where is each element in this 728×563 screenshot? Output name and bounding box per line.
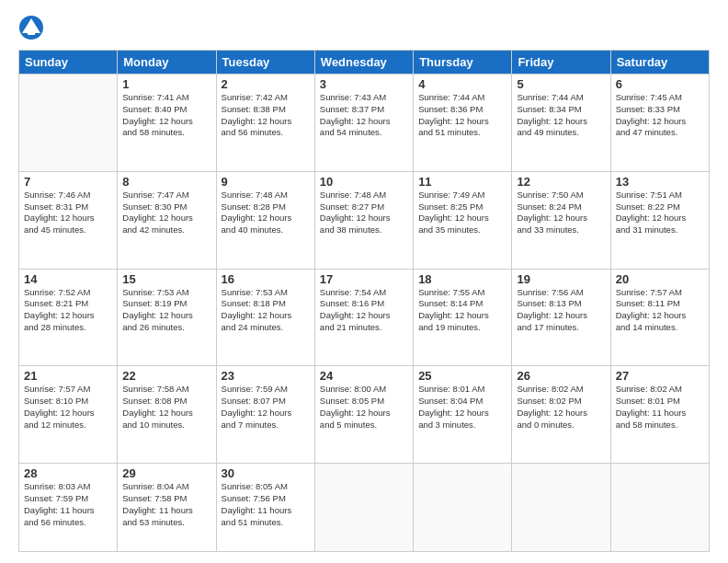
day-info: Sunrise: 7:47 AM Sunset: 8:30 PM Dayligh… [122,190,210,236]
day-info: Sunrise: 8:04 AM Sunset: 7:58 PM Dayligh… [122,481,210,528]
day-cell: 29Sunrise: 8:04 AM Sunset: 7:58 PM Dayli… [118,464,216,552]
day-cell: 15Sunrise: 7:53 AM Sunset: 8:19 PM Dayli… [118,269,216,366]
header-tuesday: Tuesday [216,51,314,75]
day-number: 16 [222,272,310,286]
day-info: Sunrise: 7:41 AM Sunset: 8:40 PM Dayligh… [122,92,210,139]
day-cell: 21Sunrise: 7:57 AM Sunset: 8:10 PM Dayli… [19,366,118,464]
day-cell: 10Sunrise: 7:48 AM Sunset: 8:27 PM Dayli… [314,171,413,269]
day-info: Sunrise: 7:57 AM Sunset: 8:11 PM Dayligh… [616,287,704,334]
calendar: SundayMondayTuesdayWednesdayThursdayFrid… [18,50,710,552]
day-info: Sunrise: 7:55 AM Sunset: 8:14 PM Dayligh… [418,287,506,334]
day-number: 15 [122,272,210,286]
day-number: 13 [616,175,704,189]
day-cell: 23Sunrise: 7:59 AM Sunset: 8:07 PM Dayli… [216,366,314,464]
header-wednesday: Wednesday [314,51,413,75]
day-cell: 1Sunrise: 7:41 AM Sunset: 8:40 PM Daylig… [118,75,216,172]
day-number: 11 [418,175,506,189]
day-cell: 5Sunrise: 7:44 AM Sunset: 8:34 PM Daylig… [512,75,610,172]
day-cell [512,464,610,552]
day-cell: 30Sunrise: 8:05 AM Sunset: 7:56 PM Dayli… [216,464,314,552]
week-row-0: 1Sunrise: 7:41 AM Sunset: 8:40 PM Daylig… [19,75,710,172]
day-number: 8 [122,175,210,189]
day-cell: 22Sunrise: 7:58 AM Sunset: 8:08 PM Dayli… [118,366,216,464]
week-row-1: 7Sunrise: 7:46 AM Sunset: 8:31 PM Daylig… [19,171,710,269]
day-number: 3 [320,77,408,91]
day-number: 19 [517,272,605,286]
day-number: 17 [320,272,408,286]
day-info: Sunrise: 8:00 AM Sunset: 8:05 PM Dayligh… [320,384,408,431]
day-number: 14 [24,272,112,286]
day-info: Sunrise: 7:59 AM Sunset: 8:07 PM Dayligh… [222,384,310,431]
day-number: 12 [517,175,605,189]
day-cell: 17Sunrise: 7:54 AM Sunset: 8:16 PM Dayli… [314,269,413,366]
day-info: Sunrise: 8:05 AM Sunset: 7:56 PM Dayligh… [222,481,310,528]
week-row-3: 21Sunrise: 7:57 AM Sunset: 8:10 PM Dayli… [19,366,710,464]
day-cell: 26Sunrise: 8:02 AM Sunset: 8:02 PM Dayli… [512,366,610,464]
day-cell: 8Sunrise: 7:47 AM Sunset: 8:30 PM Daylig… [118,171,216,269]
day-info: Sunrise: 7:48 AM Sunset: 8:27 PM Dayligh… [320,190,408,236]
day-cell: 7Sunrise: 7:46 AM Sunset: 8:31 PM Daylig… [19,171,118,269]
day-info: Sunrise: 7:52 AM Sunset: 8:21 PM Dayligh… [24,287,112,334]
day-info: Sunrise: 8:01 AM Sunset: 8:04 PM Dayligh… [418,384,506,431]
day-cell [610,464,709,552]
day-cell: 4Sunrise: 7:44 AM Sunset: 8:36 PM Daylig… [414,75,512,172]
day-info: Sunrise: 7:56 AM Sunset: 8:13 PM Dayligh… [517,287,605,334]
svg-rect-2 [28,29,35,35]
day-number: 1 [122,77,210,91]
day-cell: 25Sunrise: 8:01 AM Sunset: 8:04 PM Dayli… [414,366,512,464]
day-number: 9 [222,175,310,189]
day-info: Sunrise: 7:50 AM Sunset: 8:24 PM Dayligh… [517,190,605,236]
week-row-2: 14Sunrise: 7:52 AM Sunset: 8:21 PM Dayli… [19,269,710,366]
day-cell: 27Sunrise: 8:02 AM Sunset: 8:01 PM Dayli… [610,366,709,464]
day-cell: 18Sunrise: 7:55 AM Sunset: 8:14 PM Dayli… [414,269,512,366]
day-number: 27 [616,369,704,383]
day-cell: 24Sunrise: 8:00 AM Sunset: 8:05 PM Dayli… [314,366,413,464]
day-info: Sunrise: 7:53 AM Sunset: 8:18 PM Dayligh… [222,287,310,334]
day-cell: 16Sunrise: 7:53 AM Sunset: 8:18 PM Dayli… [216,269,314,366]
day-number: 26 [517,369,605,383]
day-number: 6 [616,77,704,91]
day-number: 10 [320,175,408,189]
header-monday: Monday [118,51,216,75]
day-cell: 13Sunrise: 7:51 AM Sunset: 8:22 PM Dayli… [610,171,709,269]
day-number: 30 [222,466,310,480]
day-cell [314,464,413,552]
day-number: 20 [616,272,704,286]
day-info: Sunrise: 8:03 AM Sunset: 7:59 PM Dayligh… [24,481,112,528]
day-info: Sunrise: 7:45 AM Sunset: 8:33 PM Dayligh… [616,92,704,139]
day-info: Sunrise: 7:46 AM Sunset: 8:31 PM Dayligh… [24,190,112,236]
day-number: 28 [24,466,112,480]
header-saturday: Saturday [610,51,709,75]
day-cell: 28Sunrise: 8:03 AM Sunset: 7:59 PM Dayli… [19,464,118,552]
day-cell: 12Sunrise: 7:50 AM Sunset: 8:24 PM Dayli… [512,171,610,269]
day-info: Sunrise: 7:44 AM Sunset: 8:34 PM Dayligh… [517,92,605,139]
day-info: Sunrise: 7:58 AM Sunset: 8:08 PM Dayligh… [122,384,210,431]
day-number: 24 [320,369,408,383]
day-info: Sunrise: 7:48 AM Sunset: 8:28 PM Dayligh… [222,190,310,236]
day-number: 18 [418,272,506,286]
day-cell [19,75,118,172]
day-number: 23 [222,369,310,383]
day-info: Sunrise: 7:42 AM Sunset: 8:38 PM Dayligh… [222,92,310,139]
day-info: Sunrise: 7:51 AM Sunset: 8:22 PM Dayligh… [616,190,704,236]
day-cell: 19Sunrise: 7:56 AM Sunset: 8:13 PM Dayli… [512,269,610,366]
day-number: 2 [222,77,310,91]
day-cell: 20Sunrise: 7:57 AM Sunset: 8:11 PM Dayli… [610,269,709,366]
day-info: Sunrise: 7:49 AM Sunset: 8:25 PM Dayligh… [418,190,506,236]
day-info: Sunrise: 7:53 AM Sunset: 8:19 PM Dayligh… [122,287,210,334]
day-number: 25 [418,369,506,383]
header-thursday: Thursday [414,51,512,75]
day-number: 22 [122,369,210,383]
day-info: Sunrise: 7:54 AM Sunset: 8:16 PM Dayligh… [320,287,408,334]
day-cell: 2Sunrise: 7:42 AM Sunset: 8:38 PM Daylig… [216,75,314,172]
week-row-4: 28Sunrise: 8:03 AM Sunset: 7:59 PM Dayli… [19,464,710,552]
logo [18,15,48,40]
day-number: 5 [517,77,605,91]
header-sunday: Sunday [19,51,118,75]
day-info: Sunrise: 8:02 AM Sunset: 8:02 PM Dayligh… [517,384,605,431]
day-cell: 11Sunrise: 7:49 AM Sunset: 8:25 PM Dayli… [414,171,512,269]
day-info: Sunrise: 7:43 AM Sunset: 8:37 PM Dayligh… [320,92,408,139]
day-cell [414,464,512,552]
day-info: Sunrise: 8:02 AM Sunset: 8:01 PM Dayligh… [616,384,704,431]
day-cell: 14Sunrise: 7:52 AM Sunset: 8:21 PM Dayli… [19,269,118,366]
